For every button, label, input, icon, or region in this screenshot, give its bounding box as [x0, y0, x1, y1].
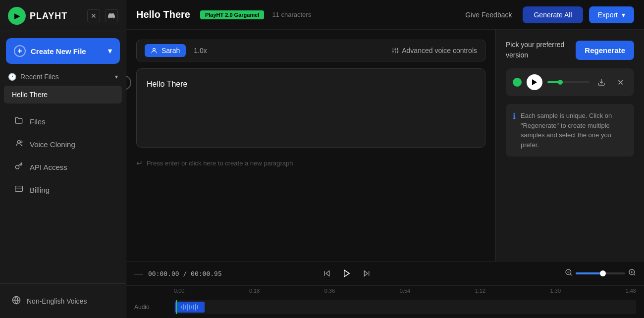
- zoom-in-icon: [628, 268, 636, 276]
- sidebar-item-api-access[interactable]: API Access: [4, 156, 122, 178]
- sidebar-item-non-english-voices[interactable]: Non-English Voices: [6, 290, 120, 312]
- right-panel: Pick your preferred version Regenerate ✕: [495, 30, 644, 261]
- enter-icon: ↵: [136, 159, 143, 168]
- svg-point-1: [20, 141, 22, 143]
- sidebar-item-files[interactable]: Files: [4, 110, 122, 132]
- zoom-out-icon: [565, 268, 573, 276]
- svg-rect-2: [15, 186, 23, 192]
- editor-area: Sarah 1.0x Advanced voice controls Hello…: [126, 30, 644, 261]
- play-pause-button[interactable]: [339, 265, 355, 281]
- waveform-bar: [191, 306, 192, 309]
- new-paragraph-hint[interactable]: ↵ Press enter or click here to create a …: [136, 159, 485, 168]
- zoom-out-button[interactable]: [565, 268, 573, 278]
- plus-icon: +: [14, 45, 26, 57]
- billing-label: Billing: [30, 186, 50, 194]
- version-header: Pick your preferred version Regenerate: [506, 40, 634, 60]
- track-content[interactable]: [174, 300, 636, 314]
- ruler-mark-5: 1:30: [550, 288, 561, 294]
- text-editor-input[interactable]: Hello There: [136, 68, 485, 148]
- main-content: Hello There PlayHT 2.0 Gargamel 11 chara…: [126, 0, 644, 318]
- files-label: Files: [30, 117, 46, 126]
- audio-waveform-block: [175, 302, 205, 313]
- sidebar-item-billing[interactable]: Billing: [4, 179, 122, 201]
- zoom-controls: [565, 268, 636, 278]
- zoom-slider[interactable]: [576, 272, 625, 274]
- skip-back-icon: [323, 269, 331, 277]
- svg-line-25: [570, 274, 572, 275]
- ruler-marks: 0:00 0:18 0:36 0:54 1:12 1:30 1:48: [174, 288, 636, 294]
- export-button[interactable]: Export ▾: [589, 6, 634, 23]
- svg-point-6: [153, 48, 156, 51]
- svg-marker-17: [532, 79, 537, 85]
- transport-controls: [319, 265, 375, 281]
- version-close-button[interactable]: ✕: [613, 75, 627, 89]
- skip-forward-icon: [363, 269, 371, 277]
- advanced-controls-label: Advanced voice controls: [402, 47, 477, 54]
- sidebar-bottom: Non-English Voices: [0, 283, 126, 318]
- version-progress-dot: [558, 80, 563, 85]
- api-access-label: API Access: [30, 163, 67, 171]
- svg-marker-21: [344, 270, 350, 277]
- ruler-mark-3: 0:54: [400, 288, 410, 294]
- info-icon: ℹ: [513, 111, 516, 121]
- sidebar-item-voice-cloning[interactable]: Voice Cloning: [4, 133, 122, 155]
- new-paragraph-text: Press enter or click here to create a ne…: [147, 159, 293, 167]
- voice-badge: PlayHT 2.0 Gargamel: [200, 10, 264, 19]
- advanced-controls-button[interactable]: Advanced voice controls: [392, 47, 477, 54]
- version-download-button[interactable]: [594, 75, 608, 89]
- char-count: 11 characters: [272, 11, 311, 18]
- text-block-area: Hello There: [136, 68, 485, 148]
- timeline-dash: —: [134, 268, 143, 279]
- svg-marker-19: [326, 271, 329, 276]
- person-icon: [151, 47, 158, 54]
- recent-file-item[interactable]: Hello There: [4, 86, 122, 104]
- track-label: Audio: [134, 304, 174, 311]
- waveform-bars: [179, 302, 200, 313]
- recent-files-header[interactable]: 🕐 Recent Files ▾: [0, 68, 126, 84]
- ruler-mark-2: 0:36: [324, 288, 335, 294]
- current-time-display: 00:00.00 / 00:00.95: [148, 270, 222, 277]
- zoom-in-button[interactable]: [628, 268, 636, 278]
- regenerate-button[interactable]: Regenerate: [576, 41, 634, 60]
- voice-cloning-icon: [14, 139, 24, 149]
- playhead: [176, 300, 177, 314]
- zoom-fill: [576, 272, 603, 274]
- voice-controls-bar: Sarah 1.0x Advanced voice controls: [136, 40, 485, 61]
- svg-line-28: [634, 274, 635, 275]
- play-block-button[interactable]: [126, 75, 131, 90]
- version-radio-selected[interactable]: [513, 78, 522, 87]
- timeline-controls: — 00:00.00 / 00:00.95: [126, 262, 644, 286]
- skip-back-button[interactable]: [319, 265, 335, 281]
- recent-files-label-group: 🕐 Recent Files: [8, 73, 59, 81]
- x-twitter-icon[interactable]: ✕: [87, 9, 100, 22]
- give-feedback-button[interactable]: Give Feedback: [460, 8, 517, 22]
- create-new-file-button[interactable]: + Create New File ▾: [6, 38, 120, 64]
- waveform-bar: [185, 305, 186, 309]
- social-icons: ✕: [87, 9, 118, 22]
- waveform-bar: [195, 304, 196, 311]
- ruler-mark-6: 1:48: [626, 288, 636, 294]
- generate-all-button[interactable]: Generate All: [523, 6, 583, 23]
- sliders-icon: [392, 47, 399, 54]
- voice-name-label: Sarah: [161, 47, 180, 54]
- text-editor-section: Sarah 1.0x Advanced voice controls Hello…: [126, 30, 495, 261]
- play-pause-icon: [342, 269, 351, 278]
- file-title: Hello There: [136, 9, 190, 20]
- discord-icon[interactable]: [105, 9, 118, 22]
- clock-icon: 🕐: [8, 73, 16, 81]
- timeline-ruler: 0:00 0:18 0:36 0:54 1:12 1:30 1:48: [126, 286, 644, 296]
- version-progress-bar[interactable]: [547, 81, 590, 83]
- billing-icon: [14, 185, 24, 195]
- voice-name-button[interactable]: Sarah: [145, 44, 186, 57]
- sidebar-logo-area: ▶ PLAYHT ✕: [0, 0, 126, 32]
- waveform-bar: [187, 304, 188, 311]
- skip-forward-button[interactable]: [359, 265, 375, 281]
- version-play-button[interactable]: [527, 74, 542, 90]
- pick-version-label: Pick your preferred version: [506, 40, 576, 60]
- info-box: ℹ Each sample is unique. Click on "Regen…: [506, 104, 634, 157]
- ruler-mark-0: 0:00: [174, 288, 184, 294]
- export-chevron-icon: ▾: [622, 11, 625, 19]
- version-play-icon: [532, 79, 537, 85]
- voice-speed-label: 1.0x: [194, 47, 207, 54]
- sidebar: ▶ PLAYHT ✕ + Create New File ▾ 🕐 Recent …: [0, 0, 126, 318]
